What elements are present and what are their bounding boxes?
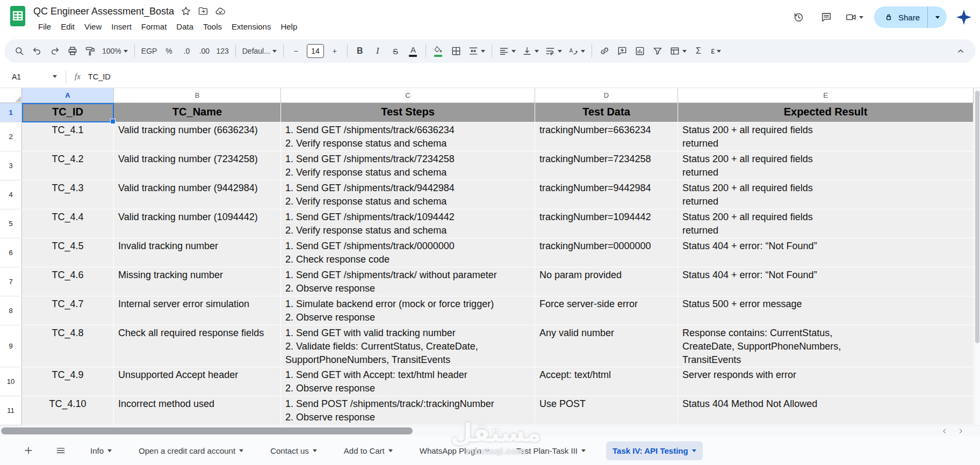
menu-extensions[interactable]: Extensions	[227, 20, 276, 33]
cell-test-steps[interactable]: 1. Simulate backend error (mock or force…	[281, 296, 535, 325]
decrease-decimal-button[interactable]: .0	[178, 42, 195, 60]
percent-format-button[interactable]: %	[160, 42, 177, 60]
cell-b1[interactable]: TC_Name	[114, 103, 281, 122]
cell-tc-id[interactable]: TC_4.8	[22, 325, 114, 367]
column-header-e[interactable]: E	[678, 88, 974, 103]
cell-test-data[interactable]: Any valid number	[535, 325, 678, 367]
cell-test-steps[interactable]: 1. Send GET /shipments/track/9442984 2. …	[281, 180, 535, 209]
insert-chart-button[interactable]	[631, 42, 648, 60]
cell-expected-result[interactable]: Status 500 + error message	[678, 296, 974, 325]
cell-expected-result[interactable]: Status 200 + all required fields returne…	[678, 180, 974, 209]
merge-cells-button[interactable]	[465, 42, 488, 60]
cloud-saved-icon[interactable]	[215, 6, 226, 17]
row-number[interactable]: 9	[0, 325, 22, 367]
cell-tc-id[interactable]: TC_4.6	[22, 267, 114, 296]
column-header-d[interactable]: D	[535, 88, 678, 103]
sheet-tab-whatsapp-plugin[interactable]: WhatsApp Plugin	[413, 441, 496, 460]
table-view-button[interactable]	[667, 42, 689, 60]
menu-insert[interactable]: Insert	[106, 20, 136, 33]
text-wrap-button[interactable]	[542, 42, 565, 60]
cell-d1[interactable]: Test Data	[535, 103, 678, 122]
menu-data[interactable]: Data	[171, 20, 198, 33]
cell-test-steps[interactable]: 1. Send GET /shipments/track/7234258 2. …	[281, 151, 535, 180]
cell-tc-id[interactable]: TC_4.7	[22, 296, 114, 325]
cell-test-data[interactable]: Accept: text/html	[535, 367, 678, 396]
row-number[interactable]: 5	[0, 209, 22, 238]
menu-format[interactable]: Format	[136, 20, 172, 33]
sheets-logo-icon[interactable]	[10, 5, 26, 27]
document-title[interactable]: QC Engineer Assessment_Bosta	[33, 6, 174, 17]
menu-tools[interactable]: Tools	[198, 20, 227, 33]
cell-expected-result[interactable]: Status 404 + error: “Not Found”	[678, 238, 974, 267]
font-select[interactable]: Defaul...	[240, 42, 279, 60]
cell-test-steps[interactable]: 1. Send POST /shipments/track/:trackingN…	[281, 396, 535, 425]
row-number[interactable]: 2	[0, 122, 22, 151]
column-header-a[interactable]: A	[22, 88, 114, 103]
horizontal-align-button[interactable]	[496, 42, 518, 60]
more-functions-button[interactable]: ε	[708, 42, 725, 60]
cell-test-data[interactable]: trackingNumber=6636234	[535, 122, 678, 151]
cell-test-data[interactable]: Force server-side error	[535, 296, 678, 325]
text-color-button[interactable]: A	[405, 42, 422, 60]
decrease-font-size-button[interactable]: −	[287, 42, 305, 60]
fill-color-button[interactable]	[430, 42, 447, 60]
sheet-tab-info[interactable]: Info	[84, 441, 118, 460]
redo-button[interactable]	[46, 42, 63, 60]
increase-font-size-button[interactable]: +	[326, 42, 343, 60]
increase-decimal-button[interactable]: .00	[196, 42, 213, 60]
cell-expected-result[interactable]: Status 200 + all required fields returne…	[678, 151, 974, 180]
vertical-scrollbar[interactable]	[974, 88, 980, 425]
cell-expected-result[interactable]: Status 404 + error: “Not Found”	[678, 267, 974, 296]
cell-tc-id[interactable]: TC_4.1	[22, 122, 114, 151]
collapse-toolbar-button[interactable]	[952, 42, 969, 60]
bold-button[interactable]: B	[351, 42, 369, 60]
cell-tc-name[interactable]: Missing tracking number	[114, 267, 281, 296]
cell-test-data[interactable]: trackingNumber=0000000	[535, 238, 678, 267]
share-button[interactable]: Share	[874, 6, 927, 28]
all-sheets-button[interactable]	[52, 441, 70, 460]
column-header-b[interactable]: B	[114, 88, 281, 103]
formula-input[interactable]: TC_ID	[88, 72, 111, 81]
row-number[interactable]: 7	[0, 267, 22, 296]
cell-tc-name[interactable]: Valid tracking number (6636234)	[114, 122, 281, 151]
scroll-right-button[interactable]	[954, 426, 967, 436]
cell-tc-name[interactable]: Invalid tracking number	[114, 238, 281, 267]
cell-a1[interactable]: TC_ID	[22, 103, 114, 122]
cell-test-data[interactable]: trackingNumber=9442984	[535, 180, 678, 209]
comments-button[interactable]	[815, 6, 838, 28]
cell-tc-id[interactable]: TC_4.3	[22, 180, 114, 209]
menu-file[interactable]: File	[33, 20, 56, 33]
name-box[interactable]: A1	[4, 72, 62, 81]
cell-expected-result[interactable]: Status 404 Method Not Allowed	[678, 396, 974, 425]
row-number[interactable]: 10	[0, 367, 22, 396]
scroll-left-button[interactable]	[938, 426, 951, 436]
sheet-tab-task-iv-active[interactable]: Task IV: API Testing	[606, 441, 703, 460]
sheet-tab-credit-card[interactable]: Open a credit card account	[132, 441, 250, 460]
zoom-select[interactable]: 100%	[99, 42, 131, 60]
font-size-input[interactable]: 14	[307, 44, 324, 58]
cell-e1[interactable]: Expected Result	[678, 103, 974, 122]
menu-help[interactable]: Help	[276, 20, 302, 33]
insert-link-button[interactable]	[596, 42, 613, 60]
meet-button[interactable]	[843, 11, 866, 23]
horizontal-scrollbar[interactable]	[0, 425, 980, 436]
vertical-scrollbar-thumb[interactable]	[975, 91, 979, 343]
cell-tc-id[interactable]: TC_4.2	[22, 151, 114, 180]
cell-test-steps[interactable]: 1. Send GET with valid tracking number 2…	[281, 325, 535, 367]
row-number[interactable]: 4	[0, 180, 22, 209]
row-number[interactable]: 3	[0, 151, 22, 180]
text-rotation-button[interactable]: A	[565, 42, 588, 60]
create-filter-button[interactable]	[649, 42, 666, 60]
cell-test-data[interactable]: Use POST	[535, 396, 678, 425]
cell-test-steps[interactable]: 1. Send GET /shipments/track/0000000 2. …	[281, 238, 535, 267]
cell-test-steps[interactable]: 1. Send GET /shipments/track/6636234 2. …	[281, 122, 535, 151]
vertical-align-button[interactable]	[519, 42, 542, 60]
row-number[interactable]: 6	[0, 238, 22, 267]
menu-edit[interactable]: Edit	[56, 20, 80, 33]
print-button[interactable]	[64, 42, 81, 60]
cell-expected-result[interactable]: Response contains: CurrentStatus, Create…	[678, 325, 974, 367]
cell-tc-name[interactable]: Valid tracking number (9442984)	[114, 180, 281, 209]
cell-tc-name[interactable]: Check all required response fields	[114, 325, 281, 367]
cell-test-data[interactable]: trackingNumber=1094442	[535, 209, 678, 238]
share-dropdown-button[interactable]	[927, 6, 947, 28]
